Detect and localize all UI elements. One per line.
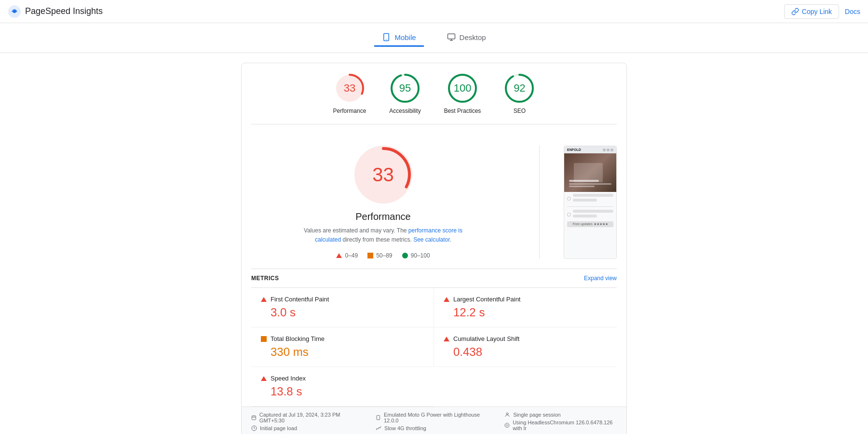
si-indicator	[261, 376, 267, 381]
sc-line-1	[573, 194, 613, 197]
score-card-best-practices[interactable]: 100 Best Practices	[444, 73, 481, 114]
throttling-row: Slow 4G throttling	[376, 425, 485, 431]
tbt-value: 330 ms	[261, 345, 424, 359]
docs-link[interactable]: Docs	[845, 8, 860, 15]
svg-point-1	[13, 10, 16, 13]
metric-tbt: Total Blocking Time 330 ms	[251, 327, 434, 367]
metrics-grid: First Contentful Paint 3.0 s Largest Con…	[251, 288, 617, 407]
fcp-name: First Contentful Paint	[271, 296, 329, 303]
header: PageSpeed Insights Copy Link Docs	[0, 0, 868, 23]
best-practices-label: Best Practices	[444, 108, 481, 114]
svg-rect-4	[448, 34, 455, 39]
screenshot-text-area	[569, 180, 611, 187]
performance-circle: 33	[334, 73, 365, 104]
sc-icon-1	[567, 197, 571, 201]
tab-bar: Mobile Desktop	[0, 23, 868, 53]
main-card: 33 Performance 95 Accessibility	[241, 63, 627, 434]
legend-fail: 0–49	[336, 252, 358, 259]
capture-time-row: Captured at Jul 19, 2024, 3:23 PM GMT+5:…	[251, 412, 356, 423]
calculator-link[interactable]: See calculator	[413, 236, 449, 243]
performance-description: Values are estimated and may vary. The p…	[301, 226, 465, 244]
performance-title: Performance	[355, 211, 411, 222]
expand-view-button[interactable]: Expand view	[584, 275, 617, 282]
metric-cls-header: Cumulative Layout Shift	[444, 335, 607, 342]
toolbar-dot-1	[603, 149, 606, 151]
sc-text-group-2	[573, 210, 613, 219]
svg-point-21	[378, 419, 379, 420]
toolbar-dot-3	[610, 149, 613, 151]
svg-rect-15	[252, 416, 256, 420]
sc-line-4	[573, 215, 597, 217]
sc-line-3	[573, 210, 613, 213]
score-card-performance[interactable]: 33 Performance	[333, 73, 366, 114]
legend-pass: 90–100	[402, 252, 430, 259]
score-legend: 0–49 50–89 90–100	[336, 252, 430, 259]
info-col-1: Captured at Jul 19, 2024, 3:23 PM GMT+5:…	[251, 412, 356, 431]
logo-text: PageSpeed Insights	[25, 6, 103, 16]
screenshot-site-name: ENFOLD	[567, 148, 581, 151]
metric-lcp-header: Largest Contentful Paint	[444, 296, 607, 303]
pagespeed-icon	[8, 5, 21, 18]
accessibility-circle: 95	[390, 73, 420, 104]
page-load-row: Initial page load	[251, 425, 356, 431]
screenshot-text-line-1	[569, 180, 599, 182]
copy-link-button[interactable]: Copy Link	[784, 4, 839, 19]
metric-si-header: Speed Index	[261, 375, 424, 382]
device-row: Emulated Moto G Power with Lighthouse 12…	[376, 412, 485, 423]
lcp-indicator	[444, 297, 449, 302]
screenshot-text-line-3	[569, 186, 595, 187]
svg-point-23	[505, 423, 509, 428]
average-icon	[367, 253, 373, 258]
screenshot-toolbar: ENFOLD	[564, 146, 616, 153]
tab-desktop[interactable]: Desktop	[439, 29, 494, 47]
cls-indicator	[444, 337, 449, 341]
user-icon	[504, 412, 510, 418]
tbt-name: Total Blocking Time	[271, 335, 325, 342]
performance-label: Performance	[333, 108, 366, 114]
metric-lcp: Largest Contentful Paint 12.2 s	[434, 288, 617, 327]
big-score-circle: 33	[354, 146, 412, 203]
svg-point-3	[386, 39, 387, 40]
mobile-icon	[382, 33, 391, 41]
metric-tbt-header: Total Blocking Time	[261, 335, 424, 342]
calendar-icon	[251, 415, 257, 420]
sc-icon-2	[567, 213, 571, 217]
legend-average: 50–89	[367, 252, 392, 259]
info-bar: Captured at Jul 19, 2024, 3:23 PM GMT+5:…	[242, 407, 626, 434]
desktop-icon	[447, 33, 456, 41]
score-card-seo[interactable]: 92 SEO	[504, 73, 535, 114]
screenshot-image	[564, 153, 616, 192]
metric-fcp-header: First Contentful Paint	[261, 296, 424, 303]
sc-line-2	[573, 199, 597, 202]
svg-point-24	[506, 425, 508, 427]
cls-value: 0.438	[444, 345, 607, 359]
metric-si: Speed Index 13.8 s	[251, 367, 434, 407]
metric-cls: Cumulative Layout Shift 0.438	[434, 327, 617, 367]
logo: PageSpeed Insights	[8, 5, 103, 18]
performance-detail: 33 Performance Values are estimated and …	[251, 146, 515, 259]
session-row: Single page session	[504, 412, 617, 418]
score-card-accessibility[interactable]: 95 Accessibility	[389, 73, 420, 114]
pass-icon	[402, 253, 408, 258]
link-icon	[791, 8, 799, 15]
lcp-value: 12.2 s	[444, 306, 607, 319]
metrics-container: METRICS Expand view First Contentful Pai…	[242, 269, 626, 407]
seo-score: 92	[514, 82, 525, 95]
screenshot-content: Free updates ★★★★★	[564, 192, 616, 229]
screenshot-preview: ENFOLD	[564, 146, 617, 259]
toolbar-dot-2	[607, 149, 610, 151]
tab-mobile[interactable]: Mobile	[374, 29, 423, 47]
header-actions: Copy Link Docs	[784, 4, 860, 19]
best-practices-circle: 100	[447, 73, 478, 104]
chrome-icon	[504, 422, 510, 428]
accessibility-label: Accessibility	[389, 108, 420, 114]
screenshot-text-line-2	[569, 183, 611, 185]
metrics-header: METRICS Expand view	[251, 269, 617, 288]
si-value: 13.8 s	[261, 385, 424, 398]
best-practices-score: 100	[454, 82, 472, 95]
info-col-2: Emulated Moto G Power with Lighthouse 12…	[376, 412, 485, 431]
seo-label: SEO	[514, 108, 526, 114]
screenshot-overlay	[574, 163, 603, 182]
metrics-title: METRICS	[251, 275, 279, 282]
performance-section: 33 Performance Values are estimated and …	[251, 136, 617, 269]
